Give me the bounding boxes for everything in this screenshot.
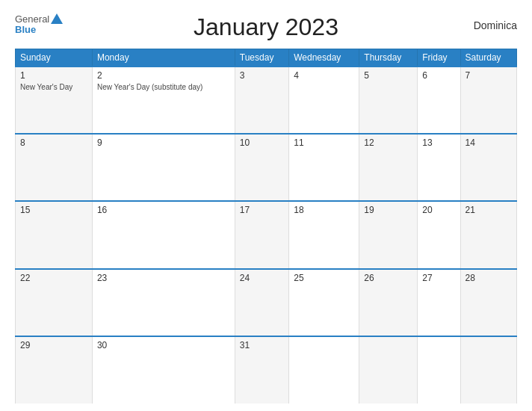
day-number: 9 [97, 137, 230, 148]
logo: General Blue [15, 13, 63, 34]
day-number: 10 [240, 137, 284, 148]
calendar-day-cell: 2New Year's Day (substitute day) [92, 67, 235, 134]
calendar-day-cell: 17 [235, 201, 288, 268]
calendar-day-cell: 22 [16, 269, 93, 336]
calendar-day-cell: 12 [359, 134, 418, 201]
calendar-day-cell: 19 [359, 201, 418, 268]
calendar-week-row: 293031 [16, 336, 517, 404]
calendar-day-cell: 20 [418, 201, 460, 268]
calendar-day-cell: 21 [460, 201, 516, 268]
header-tuesday: Tuesday [235, 49, 288, 67]
calendar-day-cell: 26 [359, 269, 418, 336]
logo-blue: Blue [15, 25, 63, 34]
weekday-header-row: Sunday Monday Tuesday Wednesday Thursday… [16, 49, 517, 67]
header-friday: Friday [418, 49, 460, 67]
calendar-day-cell: 5 [359, 67, 418, 134]
calendar-day-cell [359, 336, 418, 404]
day-number: 27 [422, 273, 455, 283]
day-number: 29 [20, 340, 87, 350]
day-number: 23 [97, 273, 230, 283]
header-wednesday: Wednesday [289, 49, 359, 67]
day-number: 4 [294, 70, 354, 81]
calendar-day-cell: 8 [16, 134, 93, 201]
day-number: 21 [466, 205, 512, 215]
header-sunday: Sunday [16, 49, 93, 67]
day-number: 12 [364, 137, 412, 148]
day-number: 28 [466, 273, 512, 283]
header-saturday: Saturday [460, 49, 516, 67]
day-number: 6 [422, 70, 455, 81]
day-number: 3 [240, 70, 284, 81]
logo-triangle-icon [51, 13, 63, 24]
calendar-day-cell: 25 [289, 269, 359, 336]
day-number: 11 [294, 137, 354, 148]
calendar-day-cell: 24 [235, 269, 288, 336]
calendar-day-cell [460, 336, 516, 404]
day-number: 22 [20, 273, 87, 283]
calendar-week-row: 22232425262728 [16, 269, 517, 336]
calendar-day-cell: 15 [16, 201, 93, 268]
day-number: 17 [240, 205, 284, 215]
day-number: 24 [240, 273, 284, 283]
day-number: 8 [20, 137, 87, 148]
calendar-day-cell: 31 [235, 336, 288, 404]
day-number: 2 [97, 70, 230, 81]
calendar-page: General Blue January 2023 Dominica Sunda… [0, 0, 532, 411]
day-number: 14 [466, 137, 512, 148]
header-monday: Monday [92, 49, 235, 67]
calendar-table: Sunday Monday Tuesday Wednesday Thursday… [15, 49, 517, 404]
calendar-day-cell: 9 [92, 134, 235, 201]
logo-general: General [15, 14, 49, 24]
calendar-day-cell: 16 [92, 201, 235, 268]
day-number: 5 [364, 70, 412, 81]
calendar-day-cell: 10 [235, 134, 288, 201]
calendar-day-cell: 29 [16, 336, 93, 404]
logo-top: General [15, 13, 63, 25]
day-number: 31 [240, 340, 284, 350]
calendar-week-row: 15161718192021 [16, 201, 517, 268]
day-number: 25 [294, 273, 354, 283]
day-number: 20 [422, 205, 455, 215]
calendar-day-cell [418, 336, 460, 404]
day-number: 26 [364, 273, 412, 283]
day-number: 30 [97, 340, 230, 350]
calendar-week-row: 1New Year's Day2New Year's Day (substitu… [16, 67, 517, 134]
calendar-day-cell: 6 [418, 67, 460, 134]
header-thursday: Thursday [359, 49, 418, 67]
calendar-day-cell: 13 [418, 134, 460, 201]
day-number: 19 [364, 205, 412, 215]
calendar-day-cell: 30 [92, 336, 235, 404]
event-label: New Year's Day [20, 82, 87, 92]
calendar-day-cell: 11 [289, 134, 359, 201]
day-number: 18 [294, 205, 354, 215]
day-number: 15 [20, 205, 87, 215]
event-label: New Year's Day (substitute day) [97, 82, 230, 92]
calendar-header: General Blue January 2023 Dominica [15, 13, 517, 41]
day-number: 13 [422, 137, 455, 148]
calendar-day-cell: 7 [460, 67, 516, 134]
calendar-day-cell: 14 [460, 134, 516, 201]
calendar-title: January 2023 [194, 13, 338, 41]
calendar-day-cell: 27 [418, 269, 460, 336]
day-number: 1 [20, 70, 87, 81]
calendar-day-cell: 28 [460, 269, 516, 336]
calendar-week-row: 891011121314 [16, 134, 517, 201]
calendar-day-cell: 18 [289, 201, 359, 268]
calendar-day-cell: 3 [235, 67, 288, 134]
day-number: 7 [466, 70, 512, 81]
day-number: 16 [97, 205, 230, 215]
calendar-day-cell: 1New Year's Day [16, 67, 93, 134]
calendar-day-cell [289, 336, 359, 404]
calendar-day-cell: 23 [92, 269, 235, 336]
country-label: Dominica [474, 19, 517, 31]
calendar-day-cell: 4 [289, 67, 359, 134]
